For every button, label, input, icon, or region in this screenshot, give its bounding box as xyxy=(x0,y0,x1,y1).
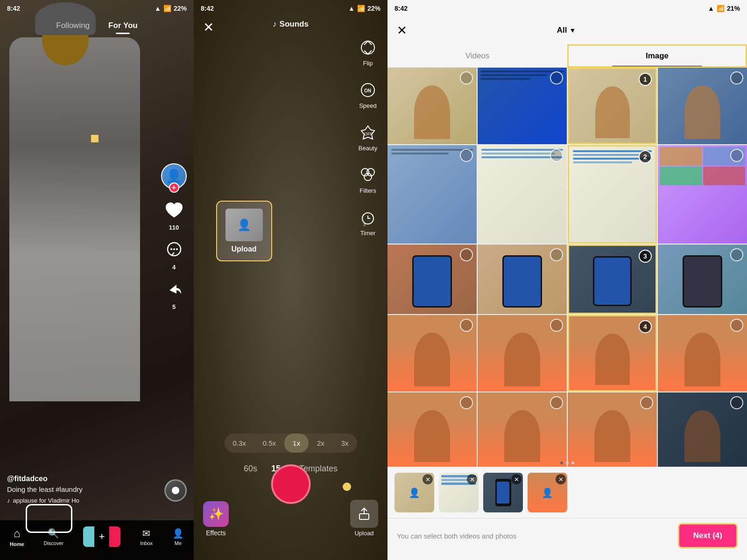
music-icon: ♪ xyxy=(7,497,10,504)
gallery-item[interactable] xyxy=(568,392,657,467)
gallery-item[interactable] xyxy=(658,315,747,392)
gallery-item-selected-3[interactable]: 3 xyxy=(568,245,657,314)
cell-content xyxy=(504,333,540,386)
selection-number-2: 2 xyxy=(639,150,652,163)
bottom-upload-button[interactable]: Upload xyxy=(350,500,378,537)
cell-content xyxy=(683,255,723,308)
gallery-close-button[interactable]: ✕ xyxy=(397,23,407,38)
gallery-item[interactable] xyxy=(658,68,747,144)
selected-thumb-4[interactable]: 👤 ✕ xyxy=(528,473,567,512)
comment-button[interactable]: 4 xyxy=(163,239,185,271)
follow-button[interactable]: + xyxy=(169,182,179,193)
share-icon xyxy=(163,279,185,301)
camera-bottom-items: ✨ Effects xyxy=(203,501,229,537)
gallery-item[interactable] xyxy=(658,145,747,244)
thumb-remove-4[interactable]: ✕ xyxy=(556,474,566,484)
effects-button[interactable]: ✨ Effects xyxy=(203,501,229,537)
gallery-filter-dropdown[interactable]: All ▼ xyxy=(557,26,576,35)
thumb-remove-3[interactable]: ✕ xyxy=(511,474,521,484)
gallery-item[interactable] xyxy=(658,245,747,314)
create-button[interactable]: + xyxy=(83,526,120,547)
gallery-item[interactable] xyxy=(388,145,477,244)
tab-videos[interactable]: Videos xyxy=(388,44,567,67)
share-button[interactable]: 5 xyxy=(163,279,185,310)
nav-following[interactable]: Following xyxy=(56,19,90,33)
gallery-item-selected-1[interactable]: 1 xyxy=(568,68,657,144)
upload-box[interactable]: 👤 Upload xyxy=(216,201,272,261)
svg-text:3: 3 xyxy=(363,222,366,226)
cell-content xyxy=(595,334,630,385)
speed-0.5x[interactable]: 0.5x xyxy=(254,434,284,453)
gallery-item[interactable] xyxy=(478,315,567,392)
select-circle xyxy=(460,396,473,409)
record-button[interactable] xyxy=(271,464,310,504)
timer-control[interactable]: 3 Timer xyxy=(358,207,378,237)
select-circle xyxy=(730,248,743,261)
filters-control[interactable]: Filters xyxy=(358,165,378,194)
sounds-button[interactable]: ♪ Sounds xyxy=(273,20,309,29)
gallery-item[interactable] xyxy=(478,245,567,314)
beauty-control[interactable]: OFF Beauty xyxy=(358,122,378,152)
svg-point-2 xyxy=(173,248,175,250)
speed-0.3x[interactable]: 0.3x xyxy=(224,434,254,453)
gallery-bottom-bar: You can select both videos and photos Ne… xyxy=(388,518,747,560)
select-circle xyxy=(730,71,743,84)
feed-navigation: Following For You xyxy=(0,19,194,35)
camera-signal-icon: 📶 xyxy=(357,5,365,12)
gallery-item-selected-4[interactable]: 4 xyxy=(568,315,657,392)
music-disk xyxy=(164,479,187,502)
next-button[interactable]: Next (4) xyxy=(678,523,738,548)
gallery-item-selected-2[interactable]: 2 xyxy=(568,145,657,244)
speed-1x[interactable]: 1x xyxy=(284,434,309,453)
speed-control[interactable]: ON Speed xyxy=(358,80,378,109)
beauty-icon: OFF xyxy=(358,122,378,143)
gallery-item[interactable] xyxy=(388,315,477,392)
me-icon: 👤 xyxy=(172,528,184,539)
flip-control[interactable]: Flip xyxy=(358,37,378,67)
selected-thumb-3[interactable]: ✕ xyxy=(483,473,523,512)
svg-point-1 xyxy=(170,248,172,250)
selected-thumb-1[interactable]: 👤 ✕ xyxy=(395,473,434,512)
selected-thumb-2[interactable]: ✕ xyxy=(439,473,479,512)
gallery-item[interactable] xyxy=(388,392,477,467)
thumb-remove-2[interactable]: ✕ xyxy=(467,474,477,484)
speed-2x[interactable]: 2x xyxy=(309,434,333,453)
nav-me[interactable]: 👤 Me xyxy=(172,528,184,546)
select-circle xyxy=(460,319,473,332)
speed-3x[interactable]: 3x xyxy=(333,434,357,453)
heart-icon xyxy=(163,200,185,222)
gallery-item[interactable] xyxy=(478,392,567,467)
creator-avatar[interactable]: 👤 + xyxy=(161,163,187,189)
gallery-status-icons: ▲ 📶 21% xyxy=(708,5,740,12)
select-circle xyxy=(550,149,563,162)
upload-thumbnail: 👤 xyxy=(226,209,263,241)
duration-60s[interactable]: 60s xyxy=(244,464,257,474)
camera-time: 8:42 xyxy=(201,5,214,12)
speed-controls: 0.3x 0.5x 1x 2x 3x xyxy=(224,434,357,453)
thumb-remove-1[interactable]: ✕ xyxy=(423,474,433,484)
scroll-dot-2 xyxy=(566,462,569,464)
gallery-item[interactable] xyxy=(478,68,567,144)
gallery-item[interactable] xyxy=(388,68,477,144)
gallery-item[interactable] xyxy=(388,245,477,314)
annotation-dot-1 xyxy=(91,135,99,142)
nav-inbox[interactable]: ✉ Inbox xyxy=(140,528,153,546)
gallery-item[interactable] xyxy=(658,392,747,467)
gallery-item[interactable] xyxy=(478,145,567,244)
gallery-panel: 8:42 ▲ 📶 21% ✕ All ▼ Videos Image xyxy=(388,0,747,560)
cell-content xyxy=(412,255,452,308)
annotation-dot-upload xyxy=(343,483,351,491)
camera-right-controls: Flip ON Speed OFF Beauty Filters 3 Timer xyxy=(358,37,378,237)
cell-content xyxy=(594,410,630,462)
like-button[interactable]: 110 xyxy=(163,200,185,231)
gallery-header: ✕ All ▼ xyxy=(388,16,747,44)
nav-for-you[interactable]: For You xyxy=(108,19,138,33)
chevron-down-icon: ▼ xyxy=(569,27,576,34)
camera-status-bar: 8:42 ▲ 📶 22% xyxy=(194,0,388,16)
nav-underline xyxy=(116,33,130,34)
selection-number-1: 1 xyxy=(639,73,652,86)
camera-status-icons: ▲ 📶 22% xyxy=(348,5,381,12)
nav-home[interactable]: ⌂ Home xyxy=(10,527,24,547)
selection-number-4: 4 xyxy=(639,320,652,333)
camera-close-button[interactable]: ✕ xyxy=(203,20,214,35)
